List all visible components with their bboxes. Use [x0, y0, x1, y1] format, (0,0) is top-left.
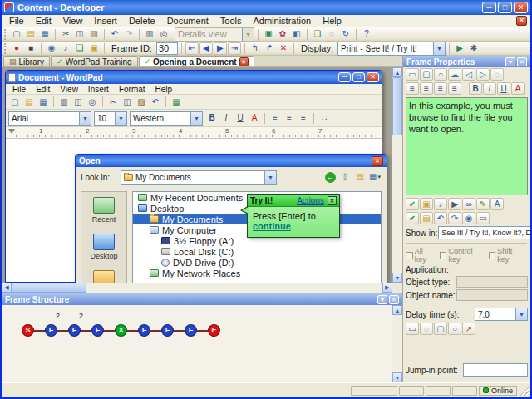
print-preview-icon[interactable]: ◫	[71, 96, 85, 108]
save-icon[interactable]: ▦	[37, 96, 50, 108]
align-right-icon[interactable]: ≡	[434, 82, 447, 95]
resize-grip[interactable]	[519, 386, 529, 396]
checkbox-shift-key[interactable]: Shift key	[489, 247, 525, 264]
new-document-icon[interactable]: ▢	[8, 96, 22, 108]
bold-button[interactable]: B	[469, 82, 482, 95]
maximize-button[interactable]: □	[498, 2, 512, 13]
spellcheck-icon[interactable]: ✔	[406, 198, 419, 210]
scroll-down-icon[interactable]: ▼	[392, 273, 402, 283]
wordpad-menu-insert[interactable]: Insert	[83, 84, 114, 95]
insert-sound-icon[interactable]: ♪	[434, 198, 447, 210]
ruler[interactable]: 1234567	[6, 127, 382, 139]
oval-bubble-icon[interactable]: ○	[434, 68, 447, 81]
menu-document[interactable]: Document	[161, 15, 214, 27]
right-pointer-bubble-icon[interactable]: ▷	[476, 68, 490, 81]
rounded-bubble-icon[interactable]: ▢	[420, 68, 433, 81]
toolbar-grip[interactable]	[4, 29, 7, 40]
tree-item-my-network-places[interactable]: My Network Places	[133, 268, 381, 278]
jump-in-point-field[interactable]	[463, 363, 528, 377]
new-document-icon[interactable]: ▢	[10, 28, 23, 41]
scrollbar-thumb[interactable]	[12, 283, 86, 293]
save-icon[interactable]: ▦	[38, 28, 52, 41]
justify-icon[interactable]: ≡	[448, 82, 461, 95]
color-palette-icon[interactable]: ✿	[276, 28, 289, 41]
redo-icon[interactable]: ↷	[122, 28, 135, 41]
minimize-button[interactable]: ─	[482, 2, 496, 13]
close-tab-icon[interactable]: ✕	[239, 57, 249, 66]
menu-delete[interactable]: Delete	[123, 15, 161, 27]
sound-icon[interactable]: ♪	[59, 42, 72, 55]
arrow-tool-icon[interactable]: ↗	[462, 323, 475, 335]
next-frame-button[interactable]: ▶	[214, 42, 227, 55]
apply-icon[interactable]: ✔	[406, 212, 419, 224]
rectangle-bubble-icon[interactable]: ▭	[406, 68, 419, 81]
close-panel-icon[interactable]: ✕	[389, 295, 399, 304]
wordpad-title-bar[interactable]: Document - WordPad ─ □ ✕	[6, 71, 382, 84]
tree-item-local-disk-c[interactable]: Local Disk (C:)	[133, 246, 381, 257]
font-size-combobox[interactable]: 10 ▼	[94, 111, 127, 126]
delay-time-combobox[interactable]: 7.0 ▼	[475, 308, 528, 321]
frame-node-e-8[interactable]: E	[208, 324, 220, 337]
menu-insert[interactable]: Insert	[88, 15, 123, 27]
look-in-combobox[interactable]: My Documents ▼	[121, 170, 277, 185]
place-folder[interactable]	[93, 270, 115, 283]
wordpad-menu-edit[interactable]: Edit	[31, 84, 55, 95]
panel-menu-icon[interactable]: ▼	[505, 57, 515, 66]
insert-frame-before-icon[interactable]: ↰	[249, 42, 262, 55]
bold-button[interactable]: B	[205, 112, 219, 125]
bullets-icon[interactable]: ∷	[318, 112, 331, 125]
play-preview-icon[interactable]: ▶	[453, 42, 466, 55]
maximize-button[interactable]: □	[352, 72, 365, 82]
insert-image-icon[interactable]: ▣	[420, 198, 433, 210]
first-frame-button[interactable]: ⇤	[185, 42, 199, 55]
close-icon[interactable]: ✕	[328, 196, 337, 205]
wordpad-menu-view[interactable]: View	[55, 84, 83, 95]
paste-icon[interactable]: ▨	[87, 28, 101, 41]
tree-item-dvd-drive-d[interactable]: DVD Drive (D:)	[133, 257, 381, 268]
open-icon[interactable]: ▤	[24, 28, 37, 41]
toolbar-grip[interactable]	[4, 43, 7, 54]
insert-video-icon[interactable]: ▶	[448, 198, 461, 210]
font-color-icon[interactable]: A	[248, 112, 261, 125]
place-recent[interactable]: Recent	[92, 197, 116, 224]
stop-icon[interactable]: ■	[24, 42, 37, 55]
insert-frame-after-icon[interactable]: ↱	[263, 42, 276, 55]
previous-object-icon[interactable]: ↶	[434, 212, 447, 224]
previous-frame-button[interactable]: ◀	[200, 42, 213, 55]
cut-icon[interactable]: ✂	[59, 28, 72, 41]
font-icon[interactable]: A	[490, 198, 504, 210]
menubar-close-icon[interactable]: ✕	[516, 16, 527, 26]
wordpad-menu-file[interactable]: File	[7, 84, 31, 95]
find-icon[interactable]: ◎	[86, 96, 99, 108]
italic-button[interactable]: I	[219, 112, 233, 125]
details-view-combobox[interactable]: Details view ▼	[175, 27, 254, 42]
open-icon[interactable]: ▤	[22, 96, 36, 108]
horizontal-scrollbar[interactable]: ◀ ▶	[2, 283, 392, 293]
close-icon[interactable]: ✕	[372, 156, 383, 166]
cut-icon[interactable]: ✂	[106, 96, 120, 108]
screenshot-icon[interactable]: ◉	[45, 42, 58, 55]
preview-icon[interactable]: ◎	[157, 28, 170, 41]
align-center-icon[interactable]: ≡	[283, 112, 296, 125]
frame-node-x-4[interactable]: X	[115, 324, 127, 337]
object-name-field[interactable]	[456, 289, 528, 301]
properties-icon[interactable]: ▣	[262, 28, 275, 41]
delete-frame-icon[interactable]: ✕	[277, 42, 290, 55]
left-pointer-bubble-icon[interactable]: ◁	[462, 68, 475, 81]
scroll-left-icon[interactable]: ◀	[2, 283, 12, 293]
scroll-up-icon[interactable]: ▲	[392, 67, 402, 77]
wordpad-menu-help[interactable]: Help	[150, 84, 178, 95]
checkbox-all-key[interactable]: All key	[406, 247, 436, 264]
up-folder-icon[interactable]: ⇧	[338, 171, 352, 184]
frame-structure-header[interactable]: Frame Structure ▼ ✕	[2, 293, 402, 305]
align-left-icon[interactable]: ≡	[268, 112, 282, 125]
back-icon[interactable]: ←	[323, 171, 337, 184]
text-bubble-icon[interactable]: ❏	[73, 42, 86, 55]
paste-icon[interactable]: ▨	[135, 96, 148, 108]
open-dialog-title-bar[interactable]: Open ✕	[76, 155, 387, 167]
bubble-icon[interactable]: ❑	[311, 28, 324, 41]
print-icon[interactable]: ▥	[143, 28, 156, 41]
place-desktop[interactable]: Desktop	[90, 234, 117, 260]
font-script-combobox[interactable]: Western ▼	[130, 111, 203, 126]
continue-link[interactable]: continue	[253, 221, 291, 231]
